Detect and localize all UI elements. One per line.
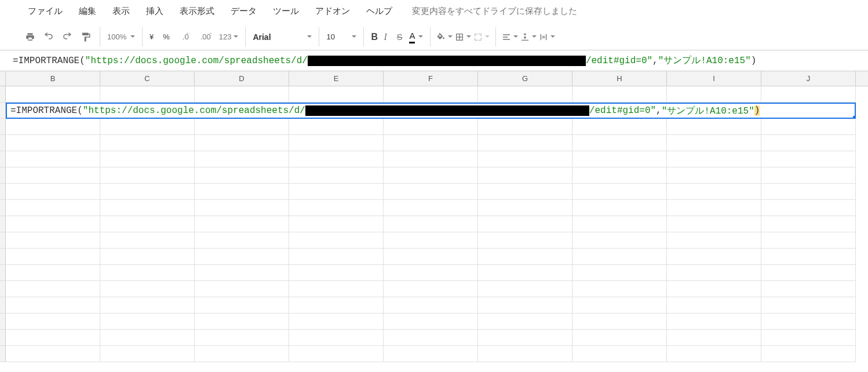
toolbar: 100% ¥ % .0← .00→ 123 Arial 10 B I S A (0, 25, 868, 50)
merge-cells-icon[interactable] (473, 29, 490, 45)
menu-edit[interactable]: 編集 (71, 2, 104, 20)
font-size-select[interactable]: 10 (324, 32, 359, 41)
column-header-row: B C D E F G H I J (0, 71, 868, 86)
menu-file[interactable]: ファイル (20, 2, 71, 20)
horizontal-align-icon[interactable] (502, 29, 518, 45)
number-format-select[interactable]: 123 (217, 32, 241, 41)
paint-format-icon[interactable] (78, 29, 94, 45)
formula-prefix: =IMPORTRANGE( (13, 56, 85, 66)
col-header[interactable]: B (6, 71, 100, 86)
formula-suffix: ) (751, 56, 757, 66)
formula-arg2: "サンプル!A10:e15" (658, 54, 751, 67)
print-icon[interactable] (22, 29, 38, 45)
zoom-select[interactable]: 100% (105, 32, 137, 41)
formula-arg1b: /edit#gid=0" (586, 56, 652, 66)
col-header[interactable]: J (761, 71, 856, 86)
col-header[interactable]: F (384, 71, 478, 86)
formula-arg1a: "https://docs.google.com/spreadsheets/d/ (85, 56, 308, 66)
cell-formula-arg2: "サンプル!A10:e15" (662, 105, 754, 117)
increase-decimal-button[interactable]: .00→ (198, 32, 213, 41)
italic-button[interactable]: I (381, 32, 394, 42)
menu-bar: ファイル 編集 表示 挿入 表示形式 データ ツール アドオン ヘルプ 変更内容… (0, 0, 868, 25)
menu-format[interactable]: 表示形式 (172, 2, 223, 20)
active-cell-editor[interactable]: =IMPORTRANGE("https://docs.google.com/sp… (6, 103, 856, 119)
cell-formula-prefix: =IMPORTRANGE( (10, 105, 83, 116)
font-value: Arial (253, 32, 271, 42)
cell-formula-redacted (305, 105, 589, 116)
menu-insert[interactable]: 挿入 (138, 2, 172, 20)
spreadsheet-grid[interactable]: =IMPORTRANGE("https://docs.google.com/sp… (0, 86, 868, 362)
percent-button[interactable]: % (161, 32, 172, 41)
fill-color-icon[interactable] (436, 29, 453, 45)
decrease-decimal-button[interactable]: .0← (180, 32, 191, 41)
menu-data[interactable]: データ (223, 2, 265, 20)
bold-button[interactable]: B (369, 32, 381, 42)
redo-icon[interactable] (59, 29, 75, 45)
undo-icon[interactable] (41, 29, 57, 45)
menu-help[interactable]: ヘルプ (358, 2, 400, 20)
font-select[interactable]: Arial (250, 32, 314, 42)
zoom-value: 100% (107, 32, 126, 41)
col-header[interactable]: I (667, 71, 761, 86)
cell-formula-arg1a: "https://docs.google.com/spreadsheets/d/ (83, 105, 305, 116)
formula-bar[interactable]: =IMPORTRANGE("https://docs.google.com/sp… (0, 50, 868, 71)
col-header[interactable]: E (289, 71, 384, 86)
save-status: 変更内容をすべてドライブに保存しました (412, 6, 577, 17)
col-header[interactable]: C (100, 71, 195, 86)
formula-sep: , (652, 56, 658, 66)
vertical-align-icon[interactable] (520, 29, 537, 45)
text-wrap-icon[interactable] (539, 29, 555, 45)
col-header[interactable]: D (195, 71, 289, 86)
borders-icon[interactable] (455, 29, 471, 45)
currency-button[interactable]: ¥ (147, 32, 156, 41)
select-all-corner[interactable] (0, 71, 6, 86)
menu-tools[interactable]: ツール (265, 2, 307, 20)
formula-redacted (308, 56, 586, 66)
text-color-button[interactable]: A (407, 31, 425, 43)
strikethrough-button[interactable]: S (394, 32, 407, 42)
cell-formula-arg1b: /edit#gid=0" (589, 105, 656, 116)
menu-addons[interactable]: アドオン (307, 2, 358, 20)
font-size-value: 10 (326, 32, 334, 41)
cell-formula-sep: , (656, 105, 662, 116)
menu-view[interactable]: 表示 (104, 2, 138, 20)
col-header[interactable]: G (478, 71, 572, 86)
col-header[interactable]: H (572, 71, 667, 86)
fill-handle[interactable] (853, 116, 856, 119)
cell-formula-suffix: ) (754, 105, 760, 116)
